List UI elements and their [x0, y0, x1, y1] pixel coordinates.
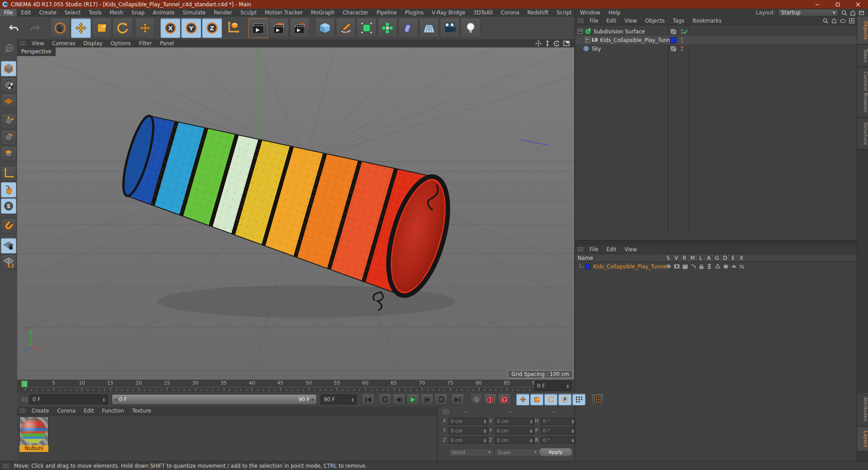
add-camera-button[interactable]: [440, 18, 460, 38]
make-editable-button[interactable]: [1, 41, 16, 56]
add-spline-button[interactable]: [336, 18, 356, 38]
stepper-icon[interactable]: ▲▼: [103, 397, 105, 402]
menu-item[interactable]: V-Ray Bridge: [428, 9, 469, 16]
column-header[interactable]: L: [696, 254, 705, 262]
object-row-subdivision-surface[interactable]: Subdivision Surface: [575, 27, 857, 36]
visibility-dot-editor[interactable]: [681, 38, 683, 40]
stepper-icon[interactable]: ▲▼: [351, 397, 354, 402]
range-left-arrow-icon[interactable]: ◄: [114, 397, 117, 402]
column-header[interactable]: S: [664, 254, 672, 262]
layer-color-swatch[interactable]: [585, 264, 590, 269]
menu-item[interactable]: Create: [28, 407, 53, 414]
key-parameter-toggle[interactable]: P: [558, 394, 571, 405]
side-tab[interactable]: Structure: [857, 118, 868, 150]
layer-object-name[interactable]: Kids_Collapsible_Play_Tunnel: [593, 263, 668, 270]
render-view-button[interactable]: [248, 18, 268, 38]
timeline-playhead[interactable]: [21, 381, 28, 387]
menu-item[interactable]: Tools: [85, 9, 105, 16]
search-icon[interactable]: [841, 10, 847, 16]
points-mode-button[interactable]: [1, 113, 16, 129]
menu-item[interactable]: Motion Tracker: [261, 9, 307, 16]
menu-item[interactable]: Edit: [80, 407, 98, 414]
stepper-icon[interactable]: ▲▼: [571, 419, 574, 423]
stepper-icon[interactable]: ▲▼: [571, 428, 574, 433]
object-name[interactable]: Kids_Collapsible_Play_Tunnel: [600, 37, 675, 43]
animation-icon[interactable]: [706, 263, 712, 269]
current-frame-field[interactable]: 0 F ▲▼: [29, 395, 108, 404]
visibility-dot-editor[interactable]: [681, 46, 683, 48]
menu-item[interactable]: View: [28, 40, 48, 47]
menu-item[interactable]: Function: [98, 407, 128, 414]
menu-item[interactable]: Corona: [497, 9, 524, 16]
z-axis-lock-button[interactable]: Z: [202, 18, 222, 38]
snap-settings-button[interactable]: S: [1, 198, 16, 214]
goto-previous-key-button[interactable]: [378, 394, 392, 405]
rotation-b-input[interactable]: 0 °▲▼: [541, 437, 576, 444]
key-pla-toggle[interactable]: [572, 394, 585, 405]
side-tab[interactable]: Takes: [857, 45, 868, 67]
expressions-icon[interactable]: [731, 263, 737, 269]
play-button[interactable]: [406, 394, 420, 405]
layout-dropdown[interactable]: Startup ▼: [778, 9, 839, 17]
stepper-icon[interactable]: ▲▼: [571, 438, 574, 442]
home-icon[interactable]: [831, 18, 837, 24]
y-axis-lock-button[interactable]: Y: [181, 18, 201, 38]
menu-item[interactable]: Filter: [135, 40, 156, 47]
stepper-icon[interactable]: ▲▼: [484, 428, 486, 433]
panel-grip[interactable]: [2, 463, 9, 469]
layer-tile[interactable]: [670, 28, 677, 35]
view-label[interactable]: Perspective: [17, 47, 56, 56]
rotation-p-input[interactable]: 0 °▲▼: [541, 427, 576, 434]
side-tab[interactable]: Objects: [857, 17, 868, 45]
add-subdivision-surface-button[interactable]: [357, 18, 377, 38]
menu-item[interactable]: Objects: [641, 17, 669, 24]
menu-item[interactable]: Script: [552, 9, 576, 16]
rotate-view-icon[interactable]: [553, 40, 560, 47]
close-button[interactable]: [848, 0, 868, 9]
range-right-arrow-icon[interactable]: ►: [311, 397, 315, 402]
panel-grip[interactable]: [19, 408, 26, 414]
stepper-icon[interactable]: ▲▼: [530, 428, 532, 433]
size-y-input[interactable]: 0 cm▲▼: [495, 427, 534, 434]
polygons-mode-button[interactable]: [1, 146, 16, 161]
filter-path-icon[interactable]: [840, 19, 846, 23]
rotation-h-input[interactable]: 0 °▲▼: [541, 418, 576, 425]
generator-check-icon[interactable]: [683, 29, 688, 34]
expand-icon[interactable]: [585, 38, 590, 42]
panel-menu-icon[interactable]: [859, 10, 864, 16]
menu-item[interactable]: View: [621, 17, 641, 24]
menu-item[interactable]: Window: [576, 9, 604, 16]
add-light-button[interactable]: [461, 18, 481, 38]
menu-item[interactable]: MoGraph: [307, 9, 339, 16]
stepper-icon[interactable]: ▲▼: [484, 438, 486, 442]
column-header[interactable]: A: [704, 254, 713, 262]
coordinate-system-button[interactable]: [223, 18, 243, 38]
menu-item[interactable]: Help: [604, 9, 624, 16]
viewport-solo-button[interactable]: [1, 182, 16, 197]
edges-mode-button[interactable]: [1, 130, 16, 145]
column-header[interactable]: X: [737, 254, 745, 262]
previous-frame-button[interactable]: [392, 394, 406, 405]
model-mode-button[interactable]: [1, 61, 16, 76]
record-button[interactable]: [470, 394, 483, 405]
menu-item[interactable]: Edit: [602, 246, 620, 253]
current-frame-box[interactable]: 0 F ▲▼: [534, 381, 571, 391]
layer-row-play-tunnel[interactable]: Kids_Collapsible_Play_Tunnel: [575, 262, 857, 271]
object-name[interactable]: Subdivision Surface: [594, 28, 645, 35]
texture-mode-button[interactable]: [1, 77, 16, 93]
zoom-view-icon[interactable]: [545, 40, 550, 47]
column-header[interactable]: V: [672, 254, 680, 262]
add-deformer-button[interactable]: [398, 18, 418, 38]
object-row-sky[interactable]: Sky: [575, 44, 857, 53]
panel-grip[interactable]: [19, 41, 26, 46]
maximize-button[interactable]: [827, 0, 848, 9]
column-header[interactable]: M: [688, 254, 697, 262]
menu-item[interactable]: Mesh: [106, 9, 127, 16]
key-position-toggle[interactable]: [516, 394, 529, 405]
menu-item[interactable]: Character: [339, 9, 373, 16]
goto-next-key-button[interactable]: [434, 394, 448, 405]
panel-grip[interactable]: [21, 397, 28, 402]
panel-grip[interactable]: [577, 247, 584, 252]
undo-button[interactable]: [4, 18, 24, 38]
last-used-tool[interactable]: [135, 18, 155, 38]
